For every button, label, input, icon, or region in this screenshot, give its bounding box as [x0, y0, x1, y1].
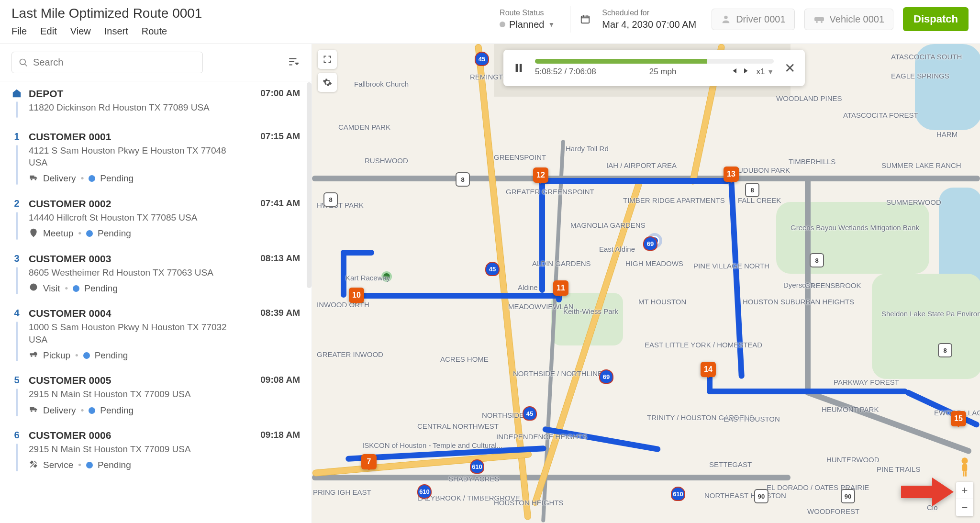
- driver-selector[interactable]: Driver 0001: [712, 9, 794, 30]
- stop-address: 14440 Hillcroft St Houston TX 77085 USA: [29, 211, 245, 224]
- map-place-label: NORTHSIDE: [482, 411, 524, 419]
- playback-progress: [535, 59, 707, 64]
- status-dot-icon: [83, 352, 90, 359]
- map-marker-7[interactable]: 7: [361, 454, 377, 472]
- map-place-label: HEUMONT PARK: [822, 405, 879, 413]
- status-dot-icon: [500, 22, 505, 27]
- stop-status: Pending: [98, 228, 131, 239]
- map-marker-13[interactable]: 13: [724, 167, 739, 185]
- map-marker-11[interactable]: 11: [553, 280, 568, 299]
- stop-depot[interactable]: DEPOT11820 Dickinson Rd Houston TX 77089…: [0, 81, 312, 124]
- highway-shield: 8: [938, 343, 952, 357]
- stop-name: CUSTOMER 0001: [29, 131, 245, 143]
- stop-type: Delivery: [43, 173, 76, 184]
- map-marker-10[interactable]: 10: [349, 288, 364, 306]
- playback-close-button[interactable]: ✕: [782, 60, 797, 76]
- svg-point-6: [31, 178, 32, 180]
- map-settings-button[interactable]: [318, 73, 337, 92]
- map-place-label: EAST HOUSTON: [724, 415, 780, 423]
- map-place-label: HARM: [936, 130, 958, 138]
- map-place-label: GREENSBROOK: [805, 281, 861, 289]
- stop-number: 3: [14, 253, 19, 264]
- map-place-label: GREATER INWOOD: [317, 350, 383, 358]
- dispatch-button[interactable]: Dispatch: [903, 7, 969, 31]
- vehicle-icon: [813, 14, 825, 24]
- map-place-label: Kart Raceway: [345, 274, 390, 282]
- vehicle-selector[interactable]: Vehicle 0001: [804, 9, 894, 30]
- calendar-icon: [580, 14, 590, 24]
- search-box[interactable]: [11, 52, 203, 73]
- stop-item[interactable]: 1CUSTOMER 00014121 S Sam Houston Pkwy E …: [0, 124, 312, 191]
- route-status-dropdown[interactable]: Route Status Planned ▼: [494, 9, 560, 30]
- stop-status: Pending: [100, 173, 134, 184]
- stop-number: 2: [14, 198, 19, 209]
- map-place-label: AUDUBON PARK: [733, 166, 790, 174]
- highway-shield: 69: [599, 369, 613, 384]
- stop-type-icon: [29, 349, 38, 361]
- stop-type-icon: [29, 173, 38, 185]
- menu-route[interactable]: Route: [142, 26, 167, 37]
- stop-address: 2915 N Main St Houston TX 77009 USA: [29, 388, 245, 401]
- map-place-label: IAH / AIRPORT AREA: [606, 161, 677, 169]
- stops-list[interactable]: DEPOT11820 Dickinson Rd Houston TX 77089…: [0, 81, 312, 523]
- stop-status: Pending: [95, 350, 128, 361]
- playback-speed-mph: 25 mph: [649, 67, 677, 77]
- stop-name: CUSTOMER 0004: [29, 308, 245, 319]
- menu-file[interactable]: File: [11, 26, 27, 37]
- svg-rect-15: [520, 64, 522, 72]
- map-place-label: ALDIN GARDENS: [532, 259, 591, 267]
- map-marker-15[interactable]: 15: [951, 411, 966, 429]
- map-place-label: RUSHWOOD: [365, 156, 408, 165]
- map-place-label: ATASCOCITA FOREST: [843, 111, 918, 119]
- scheduled-for[interactable]: Scheduled for Mar 4, 2030 07:00 AM: [580, 9, 702, 30]
- stop-item[interactable]: 5CUSTOMER 00052915 N Main St Houston TX …: [0, 368, 312, 423]
- pegman-icon[interactable]: [957, 457, 972, 477]
- stop-address: 8605 Westheimer Rd Houston TX 77063 USA: [29, 267, 245, 279]
- zoom-out-button[interactable]: −: [956, 499, 973, 516]
- route-status-label: Route Status: [500, 9, 555, 17]
- map[interactable]: Fallbrook ChurchREMINGTON RANCHCAMDEN PA…: [312, 44, 980, 523]
- status-dot-icon: [73, 285, 79, 292]
- menu-bar: File Edit View Insert Route: [11, 26, 202, 37]
- map-marker-12[interactable]: 12: [533, 167, 548, 186]
- menu-edit[interactable]: Edit: [40, 26, 56, 37]
- playback-time: 5:08:52 / 7:06:08: [535, 67, 596, 77]
- stop-time: 09:08 AM: [252, 375, 300, 416]
- search-input[interactable]: [33, 57, 196, 68]
- stop-item[interactable]: 6CUSTOMER 00062915 N Main St Houston TX …: [0, 423, 312, 478]
- map-place-label: SETTEGAST: [709, 460, 752, 468]
- playback-rate-dropdown[interactable]: x1 ▼: [756, 67, 774, 77]
- stop-time: 07:00 AM: [252, 88, 300, 118]
- menu-insert[interactable]: Insert: [104, 26, 128, 37]
- stop-type: Meetup: [43, 228, 73, 239]
- playback-track[interactable]: [535, 59, 774, 64]
- map-place-label: HOUSTON SUBURBAN HEIGHTS: [743, 298, 854, 306]
- map-place-label: MT HOUSTON: [638, 298, 686, 306]
- map-place-label: HOUSTON HEIGHTS: [494, 499, 564, 507]
- map-place-label: PINE VILLAGE NORTH: [693, 262, 769, 270]
- skip-forward-button[interactable]: [743, 67, 751, 78]
- status-dot-icon: [86, 230, 93, 237]
- fullscreen-button[interactable]: [318, 50, 337, 69]
- highway-shield: 610: [671, 487, 685, 501]
- scrollbar[interactable]: [307, 82, 312, 288]
- skip-back-button[interactable]: [729, 67, 738, 78]
- map-place-label: Greens Bayou Wetlands Mitigation Bank: [791, 223, 919, 232]
- sort-filter-button[interactable]: [288, 56, 300, 70]
- highway-shield: 610: [417, 484, 432, 499]
- map-place-label: HIGH MEADOWS: [625, 259, 683, 267]
- stop-name: CUSTOMER 0005: [29, 375, 245, 386]
- zoom-in-button[interactable]: +: [956, 482, 973, 499]
- stop-name: CUSTOMER 0003: [29, 253, 245, 265]
- pause-button[interactable]: [511, 60, 526, 76]
- map-marker-14[interactable]: 14: [701, 362, 716, 380]
- stop-item[interactable]: 4CUSTOMER 00041000 S Sam Houston Pkwy N …: [0, 301, 312, 368]
- map-place-label: WOODFOREST: [807, 507, 859, 515]
- stop-item[interactable]: 2CUSTOMER 000214440 Hillcroft St Houston…: [0, 191, 312, 246]
- menu-view[interactable]: View: [70, 26, 91, 37]
- stop-type: Service: [43, 460, 73, 470]
- highway-shield: 8: [810, 253, 824, 267]
- stop-item[interactable]: 3CUSTOMER 00038605 Westheimer Rd Houston…: [0, 246, 312, 301]
- map-place-label: CENTRAL NORTHWEST: [417, 422, 499, 430]
- chevron-down-icon: ▼: [548, 21, 555, 28]
